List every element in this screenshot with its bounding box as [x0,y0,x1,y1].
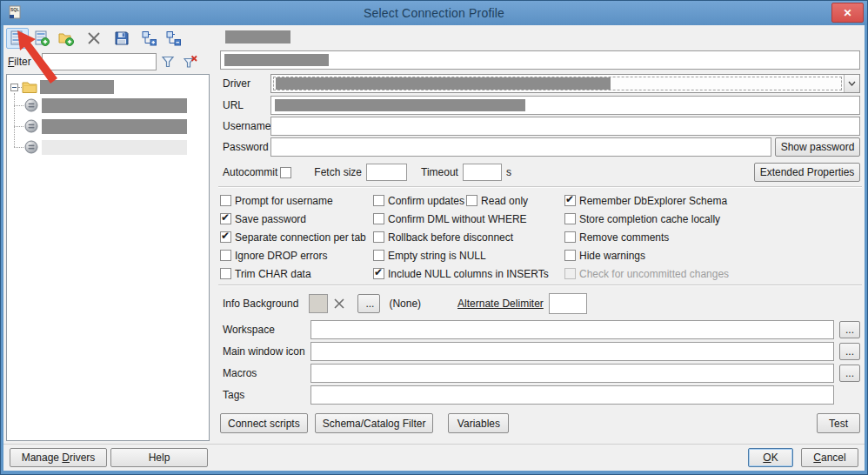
checkbox-box-confirm-dml-without-where[interactable] [373,213,384,224]
autocommit-checkbox[interactable] [280,167,291,178]
tree-group-row[interactable] [10,79,209,95]
schema-catalog-filter-button[interactable]: Schema/Catalog Filter [315,413,434,433]
checkbox-confirm-dml-without-where[interactable]: Confirm DML without WHERE [373,213,527,225]
cancel-button[interactable]: Cancel [801,448,858,467]
collapse-all-button[interactable] [163,28,185,49]
main-window-icon-browse-button[interactable]: ... [839,343,860,360]
new-profile-button[interactable] [6,28,29,49]
workspace-input[interactable] [310,320,834,339]
profile-tree-item[interactable] [14,95,209,116]
checkbox-ignore-drop-errors[interactable]: Ignore DROP errors [220,250,327,262]
checkbox-confirm-updates[interactable]: Confirm updates [373,195,464,207]
alternate-delimiter-input[interactable] [549,293,587,314]
redacted-driver-value [276,77,611,90]
profile-tree-item[interactable] [14,116,209,137]
profile-toolbar [6,27,187,50]
alternate-delimiter-label[interactable]: Alternate Delimiter [457,298,544,310]
clear-color-button[interactable] [333,294,351,313]
password-input[interactable] [270,137,771,157]
checkbox-box-separate-connection-per-tab[interactable] [220,231,231,243]
copy-profile-button[interactable] [30,28,53,49]
test-button[interactable]: Test [817,413,860,433]
new-profile-icon [10,30,25,46]
main-window-icon-input[interactable] [310,342,834,361]
tree-collapse-toggle[interactable] [10,84,18,91]
checkbox-box-rollback-before-disconnect[interactable] [373,231,384,243]
options-row: Autocommit Fetch size Timeout s Extended… [223,163,862,182]
driver-combobox[interactable] [270,74,860,93]
workspace-row: Workspace ... [223,320,862,339]
profile-tree[interactable] [6,74,210,441]
clear-filter-button[interactable] [179,52,202,71]
checkbox-prompt-for-username[interactable]: Prompt for username [220,195,333,207]
checkbox-trim-char-data[interactable]: Trim CHAR data [220,268,311,280]
apply-filter-button[interactable] [157,52,179,71]
checkbox-label: Ignore DROP errors [235,250,327,262]
save-profiles-icon [114,30,130,46]
filter-label: Filter [6,56,42,68]
timeout-input[interactable] [463,164,502,181]
profile-list-panel: Filter [3,25,215,444]
checkbox-box-save-password[interactable] [220,213,231,224]
checkbox-box-remember-dbexplorer-schema[interactable] [564,195,576,206]
checkbox-box-read-only[interactable] [466,195,477,206]
checkbox-box-include-null-columns-in-inserts[interactable] [373,268,384,279]
checkbox-include-null-columns-in-inserts[interactable]: Include NULL columns in INSERTs [373,268,549,280]
tree-children [14,95,209,157]
checkbox-box-remove-comments[interactable] [564,231,576,243]
url-label: URL [223,99,270,111]
checkbox-box-confirm-updates[interactable] [373,195,384,206]
checkbox-box-store-completion-cache-locally[interactable] [564,213,576,224]
extended-properties-button[interactable]: Extended Properties [754,163,860,182]
url-input[interactable] [270,96,860,115]
checkbox-remember-dbexplorer-schema[interactable]: Remember DbExplorer Schema [564,195,727,207]
checkbox-box-trim-char-data[interactable] [220,268,231,279]
profile-details-panel: Driver URL Username Password [218,25,862,444]
checkbox-label: Include NULL columns in INSERTs [388,268,549,280]
checkbox-save-password[interactable]: Save password [220,213,306,225]
profile-tree-item[interactable] [14,137,209,157]
options-column-3: Remember DbExplorer SchemaStore completi… [564,191,731,283]
fetch-size-input[interactable] [366,164,407,181]
timeout-label: Timeout [421,166,458,178]
dropdown-arrow-icon[interactable] [844,75,859,92]
checkbox-box-prompt-for-username[interactable] [220,195,231,206]
expand-all-button[interactable] [138,28,161,49]
redacted-profile-name [42,140,187,155]
checkbox-remove-comments[interactable]: Remove comments [564,231,669,244]
checkbox-hide-warnings[interactable]: Hide warnings [564,250,645,262]
info-background-swatch[interactable] [309,294,328,313]
tags-input[interactable] [310,385,834,405]
close-button[interactable]: ✕ [831,3,864,23]
username-input[interactable] [270,117,860,136]
options-column-2: Confirm updatesRead onlyConfirm DML with… [373,191,564,283]
checkbox-separate-connection-per-tab[interactable]: Separate connection per tab [220,231,366,244]
ok-button[interactable]: OK [748,448,793,467]
pick-color-button[interactable]: ... [357,294,380,313]
manage-drivers-button[interactable]: Manage Drivers [10,448,107,467]
new-folder-button[interactable] [55,28,77,49]
profile-name-input[interactable] [220,50,860,70]
options-column-1: Prompt for usernameSave passwordSeparate… [220,191,373,283]
delete-profile-button[interactable] [83,28,105,49]
checkbox-store-completion-cache-locally[interactable]: Store completion cache locally [564,213,720,225]
checkbox-box-empty-string-is-null[interactable] [373,250,384,261]
variables-button[interactable]: Variables [448,413,509,433]
clear-color-icon [333,298,351,310]
separator [218,186,862,188]
checkbox-box-hide-warnings[interactable] [564,250,576,261]
checkbox-rollback-before-disconnect[interactable]: Rollback before disconnect [373,231,513,244]
main-window-icon-label: Main window icon [223,345,310,358]
filter-input[interactable] [42,53,157,70]
checkbox-empty-string-is-null[interactable]: Empty string is NULL [373,250,486,262]
macros-browse-button[interactable]: ... [839,365,860,382]
macros-input[interactable] [310,364,834,383]
window-title: Select Connection Profile [1,6,867,20]
connect-scripts-button[interactable]: Connect scripts [220,413,308,433]
show-password-button[interactable]: Show password [775,137,860,157]
workspace-browse-button[interactable]: ... [839,321,860,338]
checkbox-box-ignore-drop-errors[interactable] [220,250,231,261]
help-button[interactable]: Help [110,448,208,467]
checkbox-read-only[interactable]: Read only [466,195,528,207]
save-profiles-button[interactable] [110,28,133,49]
